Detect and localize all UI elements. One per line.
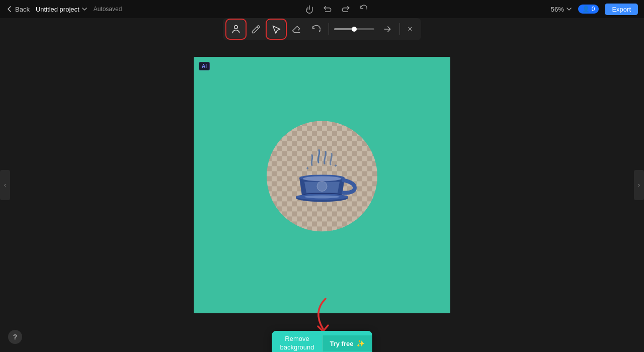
try-free-button[interactable]: Try free ✨	[322, 335, 372, 351]
project-name[interactable]: Untitled project	[36, 6, 88, 13]
user-icon: 👤	[582, 6, 590, 13]
brush-tool-button[interactable]	[227, 20, 245, 38]
toolbar-divider	[329, 23, 329, 35]
refresh-icon	[359, 5, 368, 14]
right-panel-arrow[interactable]: ›	[634, 170, 644, 200]
selection-tool-button[interactable]	[267, 20, 285, 38]
coffee-cup-image: ✦ ✦	[284, 142, 360, 210]
svg-point-9	[317, 181, 327, 191]
topbar: Back Untitled project Autosaved	[0, 0, 644, 18]
eraser-icon	[291, 24, 301, 34]
remove-background-popup: Remove background Try free ✨	[272, 331, 372, 352]
remove-background-button[interactable]: Remove background	[272, 331, 323, 352]
svg-point-8	[304, 195, 340, 198]
topbar-action-icons	[302, 2, 371, 16]
ai-badge: AI	[199, 62, 210, 70]
help-button[interactable]: ?	[8, 330, 22, 344]
back-icon	[6, 6, 13, 13]
remove-bg-line1: Remove	[285, 335, 309, 342]
curved-arrow-svg	[308, 296, 343, 336]
coffee-cup-svg: ✦ ✦	[284, 142, 360, 208]
left-panel-arrow[interactable]: ‹	[0, 170, 10, 200]
direction-icon	[382, 24, 392, 34]
zoom-chevron-icon	[566, 6, 572, 12]
export-button[interactable]: Export	[605, 4, 638, 15]
eraser-tool-button[interactable]	[287, 20, 305, 38]
refresh-button[interactable]	[357, 2, 371, 16]
pen-icon	[251, 24, 261, 34]
remove-bg-line2: background	[280, 343, 314, 351]
svg-text:✦: ✦	[334, 163, 338, 168]
chevron-down-icon	[82, 6, 88, 12]
svg-point-0	[234, 26, 238, 29]
coffee-circle-bg: ✦ ✦	[267, 121, 377, 231]
zoom-control[interactable]: 56%	[551, 6, 572, 13]
undo-button[interactable]	[320, 2, 335, 16]
back-label: Back	[15, 6, 30, 13]
brush-size-slider[interactable]	[334, 28, 374, 30]
close-toolbar-button[interactable]: ×	[403, 22, 417, 36]
back-button[interactable]: Back	[6, 6, 30, 13]
try-free-label: Try free	[330, 340, 353, 347]
person-icon	[231, 24, 241, 34]
canvas-wrapper: AI ✦ ✦	[194, 57, 450, 313]
zoom-value: 56%	[551, 6, 564, 13]
left-arrow-icon: ‹	[4, 182, 6, 189]
curve-undo-icon	[311, 24, 321, 34]
undo-icon	[323, 5, 332, 14]
svg-text:✦: ✦	[305, 165, 309, 171]
canvas[interactable]: AI ✦ ✦	[194, 57, 450, 313]
hand-icon	[305, 5, 314, 14]
direction-tool-button[interactable]	[378, 20, 396, 38]
selection-icon	[271, 24, 281, 34]
brush-size-control[interactable]	[332, 28, 376, 30]
help-icon: ?	[13, 333, 18, 341]
floating-toolbar: ×	[223, 18, 421, 40]
stars-icon: ✨	[356, 339, 365, 347]
user-count: 0	[592, 6, 595, 13]
curve-tool-button[interactable]	[307, 20, 326, 38]
pen-tool-button[interactable]	[247, 20, 265, 38]
svg-point-5	[303, 176, 341, 181]
project-name-text: Untitled project	[36, 6, 79, 13]
close-icon: ×	[408, 25, 412, 34]
redo-button[interactable]	[339, 2, 353, 16]
main-canvas-area: ‹ AI	[0, 18, 644, 352]
user-badge: 👤 0	[578, 5, 599, 14]
topbar-right: 56% 👤 0 Export	[551, 4, 638, 15]
right-arrow-icon: ›	[638, 182, 640, 189]
topbar-center	[122, 2, 550, 16]
topbar-left: Back Untitled project Autosaved	[6, 6, 122, 13]
autosaved-status: Autosaved	[94, 6, 122, 13]
toolbar-divider-2	[399, 23, 400, 35]
hand-tool-button[interactable]	[302, 2, 316, 16]
redo-icon	[341, 5, 350, 14]
